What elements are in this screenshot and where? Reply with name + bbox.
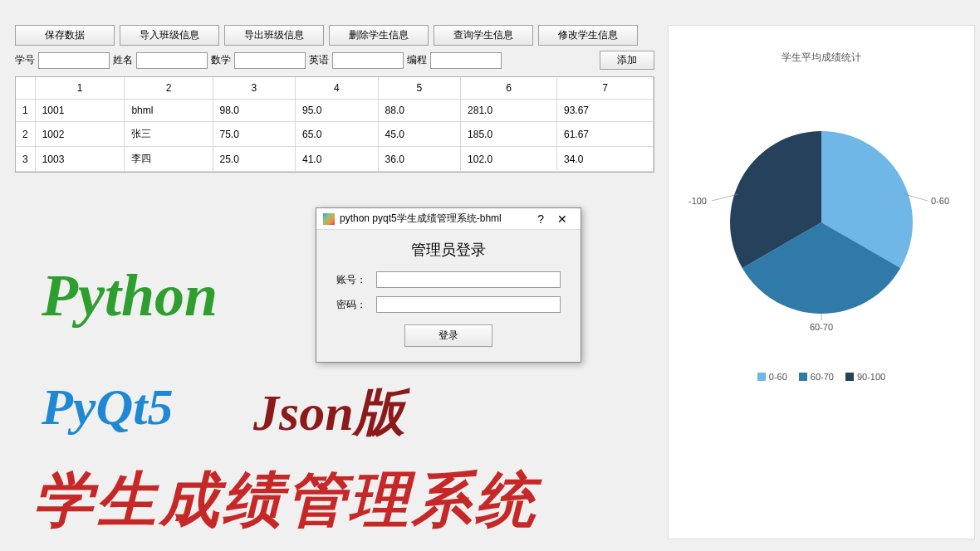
- cell[interactable]: 36.0: [378, 147, 461, 172]
- login-button[interactable]: 登录: [404, 324, 492, 347]
- name-label: 姓名: [113, 53, 133, 67]
- cell[interactable]: 李四: [125, 147, 213, 172]
- math-label: 数学: [211, 53, 231, 67]
- cell[interactable]: 102.0: [461, 147, 557, 172]
- export-button[interactable]: 导出班级信息: [224, 25, 324, 46]
- account-label: 账号：: [336, 273, 370, 287]
- help-icon[interactable]: ?: [531, 212, 551, 226]
- data-table[interactable]: 1234567 11001bhml98.095.088.0281.093.672…: [15, 76, 654, 173]
- col-header: 4: [296, 77, 379, 100]
- password-input[interactable]: [376, 296, 561, 313]
- main-panel: 保存数据 导入班级信息 导出班级信息 删除学生信息 查询学生信息 修改学生信息 …: [15, 25, 654, 173]
- english-input[interactable]: [332, 52, 404, 69]
- cell[interactable]: 张三: [125, 122, 213, 147]
- modify-button[interactable]: 修改学生信息: [538, 25, 638, 46]
- math-input[interactable]: [234, 52, 306, 69]
- password-label: 密码：: [336, 298, 370, 312]
- cell[interactable]: 93.67: [557, 100, 654, 122]
- col-header: 7: [557, 77, 654, 100]
- name-input[interactable]: [136, 52, 208, 69]
- col-header: 6: [461, 77, 557, 100]
- cell[interactable]: 25.0: [213, 147, 296, 172]
- col-header: 3: [213, 77, 296, 100]
- row-number: 3: [16, 147, 35, 172]
- cell[interactable]: 61.67: [557, 122, 654, 147]
- overlay-bottom: 学生成绩管理系统: [33, 461, 538, 540]
- toolbar: 保存数据 导入班级信息 导出班级信息 删除学生信息 查询学生信息 修改学生信息: [15, 25, 654, 46]
- slice-label-90-100: 90-100: [688, 196, 707, 206]
- cell[interactable]: 281.0: [461, 100, 557, 122]
- cell[interactable]: 65.0: [296, 122, 379, 147]
- chart-panel: 学生平均成绩统计 0-60 60-70 90-100 0-60 60-70 90…: [668, 25, 975, 539]
- chart-legend: 0-60 60-70 90-100: [757, 372, 885, 382]
- slice-label-60-70: 60-70: [810, 322, 833, 332]
- dialog-heading: 管理员登录: [336, 240, 561, 260]
- table-row[interactable]: 11001bhml98.095.088.0281.093.67: [16, 100, 654, 122]
- cell[interactable]: 45.0: [378, 122, 461, 147]
- login-dialog: python pyqt5学生成绩管理系统-bhml ? ✕ 管理员登录 账号： …: [316, 207, 581, 363]
- query-button[interactable]: 查询学生信息: [434, 25, 533, 46]
- id-input[interactable]: [38, 52, 110, 69]
- delete-button[interactable]: 删除学生信息: [329, 25, 429, 46]
- dialog-titlebar[interactable]: python pyqt5学生成绩管理系统-bhml ? ✕: [316, 208, 581, 230]
- cell[interactable]: 1002: [35, 122, 125, 147]
- cell[interactable]: 95.0: [296, 100, 379, 122]
- col-header: 5: [378, 77, 461, 100]
- cell[interactable]: 41.0: [296, 147, 379, 172]
- pie-chart: 0-60 60-70 90-100: [688, 106, 954, 339]
- coding-label: 编程: [407, 53, 427, 67]
- slice-label-0-60: 0-60: [931, 196, 949, 206]
- table-row[interactable]: 31003李四25.041.036.0102.034.0: [16, 147, 654, 172]
- add-button[interactable]: 添加: [600, 51, 654, 70]
- overlay-python: Python: [42, 261, 218, 330]
- id-label: 学号: [15, 53, 35, 67]
- import-button[interactable]: 导入班级信息: [120, 25, 219, 46]
- row-number: 1: [16, 100, 35, 122]
- english-label: 英语: [309, 53, 329, 67]
- col-header: 2: [125, 77, 213, 100]
- coding-input[interactable]: [430, 52, 502, 69]
- close-icon[interactable]: ✕: [551, 212, 574, 226]
- overlay-json: Json版: [253, 378, 405, 447]
- cell[interactable]: 185.0: [461, 122, 557, 147]
- cell[interactable]: 75.0: [213, 122, 296, 147]
- overlay-pyqt5: PyQt5: [42, 378, 173, 436]
- cell[interactable]: 1003: [35, 147, 125, 172]
- col-header: 1: [35, 77, 125, 100]
- input-row: 学号 姓名 数学 英语 编程 添加: [15, 51, 654, 70]
- cell[interactable]: 98.0: [213, 100, 296, 122]
- save-button[interactable]: 保存数据: [15, 25, 115, 46]
- row-number: 2: [16, 122, 35, 147]
- cell[interactable]: bhml: [125, 100, 213, 122]
- dialog-title: python pyqt5学生成绩管理系统-bhml: [340, 212, 531, 226]
- cell[interactable]: 34.0: [557, 147, 654, 172]
- table-row[interactable]: 21002张三75.065.045.0185.061.67: [16, 122, 654, 147]
- cell[interactable]: 88.0: [378, 100, 461, 122]
- cell[interactable]: 1001: [35, 100, 125, 122]
- chart-title: 学生平均成绩统计: [782, 51, 861, 65]
- account-input[interactable]: [376, 271, 561, 288]
- app-icon: [323, 213, 335, 225]
